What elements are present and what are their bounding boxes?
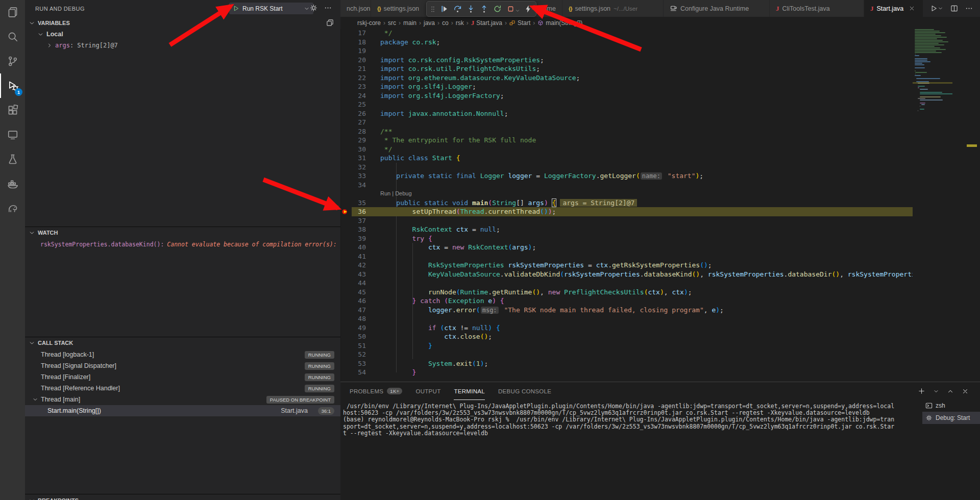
panel-tab-label: PROBLEMS: [350, 388, 383, 394]
call-stack-thread[interactable]: Thread [Reference Handler]RUNNING: [25, 383, 340, 394]
breakpoints-section-header[interactable]: BREAKPOINTS: [25, 495, 340, 500]
panel-tab-debug-console[interactable]: DEBUG CONSOLE: [498, 382, 551, 400]
code-line: 27: [340, 118, 913, 127]
bottom-panel: PROBLEMS1K+OUTPUTTERMINALDEBUG CONSOLE /…: [340, 382, 980, 500]
close-icon[interactable]: [909, 5, 915, 12]
debug-hot-code-replace-button[interactable]: [521, 3, 534, 16]
more-actions-icon[interactable]: [965, 5, 973, 12]
code-line: 32: [340, 163, 913, 172]
terminal-output[interactable]: /usr/bin/env /Library/Internet\ Plug-Ins…: [343, 403, 919, 499]
call-stack-frame[interactable]: Start.main(String[])Start.java36:1: [25, 405, 340, 416]
terminal-line: /usr/bin/env /Library/Internet\ Plug-Ins…: [343, 403, 894, 410]
breadcrumb-separator: ›: [451, 19, 453, 27]
tab-start-java[interactable]: JStart.java: [864, 0, 924, 17]
code-line: 42 RskSystemProperties rskSystemProperti…: [340, 261, 913, 270]
overview-ruler: [952, 17, 980, 382]
debug-toolbar: [426, 1, 536, 17]
breadcrumb-item-rskj-core[interactable]: rskj-core: [357, 19, 381, 27]
more-actions-icon[interactable]: [324, 4, 332, 12]
code-text: import org.slf4j.Logger;: [380, 82, 476, 91]
close-panel-icon[interactable]: [962, 388, 969, 395]
method-symbol-icon: [537, 20, 544, 26]
drag-grip-icon[interactable]: [428, 6, 437, 13]
thread-label: Thread [logback-1]: [41, 351, 94, 358]
codelens-run-debug[interactable]: Run | Debug: [380, 189, 412, 198]
debug-restart-button[interactable]: [491, 3, 504, 16]
run-file-button[interactable]: [930, 5, 943, 12]
code-text: public class Start {: [380, 154, 460, 163]
tab-label: CliToolsTest.java: [782, 5, 830, 12]
breadcrumb-item-co[interactable]: co: [442, 19, 449, 27]
breadcrumb-item-java[interactable]: java: [424, 19, 435, 27]
line-number: 51: [340, 341, 366, 351]
session-zsh[interactable]: zsh: [922, 399, 980, 412]
panel-tab-output[interactable]: OUTPUT: [415, 382, 440, 400]
maximize-panel-icon[interactable]: [947, 388, 954, 395]
debug-continue-button[interactable]: [437, 3, 451, 16]
panel-tab-problems[interactable]: PROBLEMS1K+: [350, 382, 402, 400]
code-text: private static final Logger logger = Log…: [380, 171, 703, 181]
line-number: 19: [340, 46, 366, 56]
watch-section-header[interactable]: WATCH: [25, 227, 340, 238]
activity-item-remote-explorer[interactable]: [0, 122, 25, 147]
debug-step-out-button[interactable]: [477, 3, 491, 16]
activity-item-search[interactable]: [0, 24, 25, 49]
breadcrumb-item-main[interactable]: main: [403, 19, 416, 27]
activity-item-testing[interactable]: [0, 147, 25, 171]
call-stack-section-header[interactable]: CALL STACK: [25, 337, 340, 348]
call-stack-thread[interactable]: Thread [logback-1]RUNNING: [25, 349, 340, 360]
activity-item-source-control[interactable]: [0, 49, 25, 73]
breadcrumb-item-src[interactable]: src: [388, 19, 396, 27]
session-debug-start[interactable]: Debug: Start: [922, 412, 980, 424]
code-line: 46 } catch (Exception e) {: [340, 296, 913, 306]
minimap[interactable]: [913, 18, 952, 375]
tab-nch-json[interactable]: nch.json: [340, 0, 371, 17]
activity-item-extensions[interactable]: [0, 98, 25, 122]
line-number: 39: [340, 234, 366, 243]
panel-tab-terminal[interactable]: TERMINAL: [454, 382, 485, 400]
code-line: 52: [340, 350, 913, 359]
activity-item-run-and-debug[interactable]: 1: [0, 73, 25, 98]
code-line: 25: [340, 100, 913, 109]
code-text: logger.error(msg: "The RSK node main thr…: [380, 306, 724, 315]
chevron-down-icon[interactable]: [515, 8, 520, 13]
variable-name: args: [55, 42, 70, 49]
line-number: 49: [340, 323, 366, 333]
watch-expression-row[interactable]: rskSystemProperties.databaseKind(): Cann…: [25, 239, 341, 250]
call-stack-thread[interactable]: Thread [main]PAUSED ON BREAKPOINT: [25, 394, 340, 405]
activity-item-explorer[interactable]: [0, 0, 25, 24]
variables-scope-local[interactable]: Local: [25, 29, 341, 40]
debug-step-into-button[interactable]: [464, 3, 477, 16]
gear-icon[interactable]: [310, 4, 317, 12]
breadcrumb-item-rsk[interactable]: rsk: [456, 19, 464, 27]
breadcrumb-item-start[interactable]: Start: [509, 19, 530, 27]
line-number: 38: [340, 225, 366, 234]
variable-args[interactable]: args : String[2]@7: [25, 40, 341, 51]
class-symbol-icon: [509, 20, 516, 26]
code-editor[interactable]: 17 */18package co.rsk;1920import co.rsk.…: [340, 0, 980, 382]
launch-config-dropdown[interactable]: Run RSK Start: [229, 3, 313, 14]
variables-section-header[interactable]: VARIABLES: [25, 17, 340, 29]
terminal-profile-chevron-icon[interactable]: [933, 388, 939, 394]
inline-debug-value: args = String[2]@7: [560, 199, 637, 207]
call-stack-thread[interactable]: Thread [Finalizer]RUNNING: [25, 371, 340, 383]
debug-step-over-button[interactable]: [451, 3, 464, 16]
code-line: 26import javax.annotation.Nonnull;: [340, 109, 913, 118]
line-number: 29: [340, 136, 366, 145]
split-editor-icon[interactable]: [950, 5, 958, 12]
breadcrumb-item-start-java[interactable]: JStart.java: [471, 19, 502, 27]
activity-item-docker[interactable]: [0, 171, 25, 196]
thread-status-badge: PAUSED ON BREAKPOINT: [266, 396, 334, 404]
tab-settings-json[interactable]: {}settings.json~/.../User: [562, 0, 664, 17]
call-stack-thread[interactable]: Thread [Signal Dispatcher]RUNNING: [25, 360, 340, 371]
code-line: 41: [340, 252, 913, 261]
line-number: 33: [340, 171, 366, 181]
new-terminal-icon[interactable]: [918, 387, 925, 395]
breadcrumb-item-main-string-[interactable]: main(String[]): [537, 19, 582, 27]
tab-configure-java-runtime[interactable]: Configure Java Runtime: [664, 0, 770, 17]
activity-item-gradle[interactable]: [0, 196, 25, 220]
tab-clitoolstest-java[interactable]: JCliToolsTest.java: [770, 0, 864, 17]
breadcrumb-separator: ›: [533, 19, 535, 27]
code-text: import org.slf4j.LoggerFactory;: [380, 91, 504, 101]
ruler-current-line-mark: [967, 144, 977, 147]
